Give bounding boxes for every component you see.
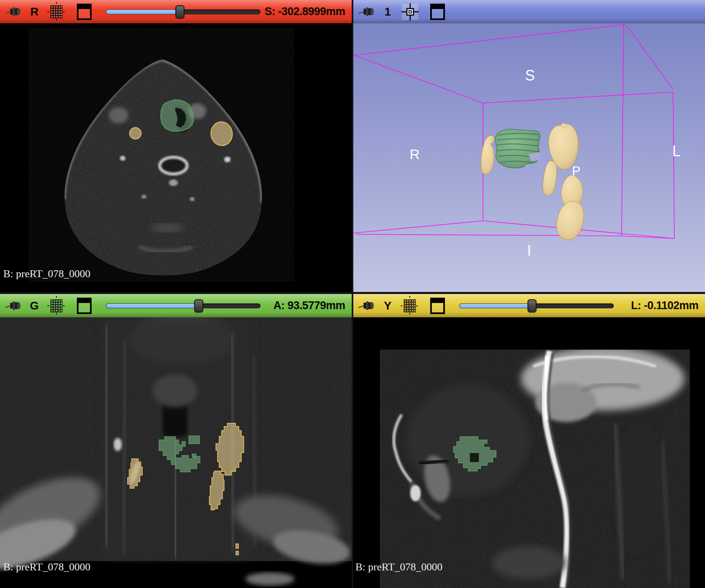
sagittal-slice-viewport[interactable]: B: preRT_078_0000 xyxy=(353,317,705,588)
center-3d-view-icon[interactable] xyxy=(401,0,420,23)
slice-intersection-grid-icon[interactable] xyxy=(401,294,419,317)
slice-offset-value: S: -302.8999mm xyxy=(265,0,345,23)
slice-offset-slider[interactable] xyxy=(459,303,614,308)
background-volume-label: B: preRT_078_0000 xyxy=(3,268,90,280)
slice-offset-slider[interactable] xyxy=(106,303,260,308)
pin-icon[interactable] xyxy=(358,294,375,317)
axial-header-bar: R xyxy=(0,0,352,23)
sagittal-header-bar: Y xyxy=(353,294,705,317)
slider-handle[interactable] xyxy=(194,299,203,312)
maximize-view-icon[interactable] xyxy=(77,0,92,23)
maximize-view-icon[interactable] xyxy=(430,0,445,23)
slice-intersection-grid-icon[interactable] xyxy=(47,294,65,317)
background-volume-label: B: preRT_078_0000 xyxy=(3,561,90,573)
slice-intersection-grid-icon[interactable] xyxy=(47,0,65,23)
maximize-view-icon[interactable] xyxy=(430,294,445,317)
view-name-label: G xyxy=(25,294,43,317)
slider-fill xyxy=(106,303,199,308)
three-d-viewport[interactable]: S R L P I xyxy=(353,23,705,292)
slider-fill xyxy=(459,303,532,308)
three-d-panel: 1 xyxy=(353,0,705,292)
slider-handle[interactable] xyxy=(528,299,537,312)
three-d-header-bar: 1 xyxy=(353,0,705,23)
sagittal-panel: Y xyxy=(353,294,705,588)
axial-panel: R xyxy=(0,0,352,292)
view-name-label: Y xyxy=(379,294,397,317)
slice-offset-value: L: -0.1102mm xyxy=(631,294,698,317)
axial-slice-viewport[interactable]: B: preRT_078_0000 xyxy=(0,23,352,292)
quad-view-layout: R xyxy=(0,0,705,588)
orientation-label-left: L xyxy=(672,143,680,159)
pin-icon[interactable] xyxy=(5,0,21,23)
orientation-label-posterior: P xyxy=(572,164,581,178)
slice-offset-slider[interactable] xyxy=(106,9,260,14)
orientation-label-right: R xyxy=(410,146,420,162)
pin-icon[interactable] xyxy=(5,294,21,317)
slice-offset-value: A: 93.5779mm xyxy=(273,294,345,317)
maximize-view-icon[interactable] xyxy=(77,294,92,317)
slider-handle[interactable] xyxy=(175,5,184,18)
slider-fill xyxy=(106,9,180,14)
coronal-slice-viewport[interactable]: B: preRT_078_0000 xyxy=(0,317,352,588)
orientation-label-inferior: I xyxy=(527,242,531,259)
background-volume-label: B: preRT_078_0000 xyxy=(355,561,442,573)
segment-tan-overlay xyxy=(130,128,141,139)
view-name-label: R xyxy=(25,0,43,23)
coronal-header-bar: G xyxy=(0,294,352,317)
pin-icon[interactable] xyxy=(358,0,375,23)
view-name-label: 1 xyxy=(379,0,397,23)
orientation-label-superior: S xyxy=(525,67,535,84)
coronal-panel: G xyxy=(0,294,352,588)
